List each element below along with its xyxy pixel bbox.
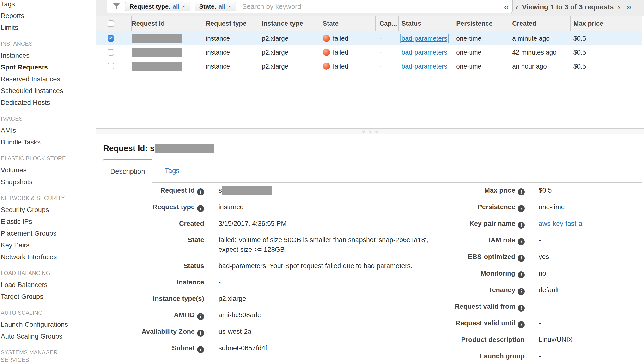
detail-fields-right-column: Max pricei$0.5Persistenceione-timeKey pa…: [362, 186, 644, 364]
cell-instance-type: p2.xlarge: [259, 32, 320, 45]
cell-request-id: [132, 59, 203, 73]
field-label-ami-id: AMI IDi: [103, 310, 204, 320]
tab-description[interactable]: Description: [103, 159, 152, 183]
sidebar-item-tags[interactable]: Tags: [0, 0, 96, 10]
filter-funnel-icon: [113, 3, 120, 10]
info-icon[interactable]: i: [518, 238, 525, 245]
cell-filler: [626, 59, 642, 73]
info-icon[interactable]: i: [518, 255, 525, 262]
info-icon[interactable]: i: [518, 271, 525, 278]
column-header-status[interactable]: Status: [398, 16, 453, 31]
sidebar-item-limits[interactable]: Limits: [0, 22, 96, 33]
sidebar-item-network-interfaces[interactable]: Network Interfaces: [0, 251, 96, 263]
field-value-link-key-pair-name[interactable]: aws-key-fast-ai: [538, 220, 584, 227]
table-header-row: Request IdRequest typeInstance typeState…: [96, 16, 642, 31]
row-checkbox[interactable]: [108, 35, 114, 42]
field-label-monitoring: Monitoringi: [362, 269, 525, 278]
info-icon[interactable]: i: [197, 346, 204, 353]
column-header-persistence[interactable]: Persistence: [453, 16, 507, 31]
info-icon[interactable]: i: [197, 313, 204, 320]
sidebar: TagsReportsLimitsINSTANCESInstancesSpot …: [0, 0, 96, 364]
row-checkbox[interactable]: [108, 49, 114, 56]
status-link[interactable]: bad-parameters: [402, 35, 447, 42]
column-header-cap[interactable]: Cap...: [376, 16, 398, 31]
info-icon[interactable]: i: [518, 205, 525, 212]
sidebar-item-spot-requests[interactable]: Spot Requests: [0, 61, 96, 73]
splitter-handle[interactable]: [96, 128, 644, 134]
table-row[interactable]: instancep2.xlargefailed-bad-parameterson…: [96, 59, 642, 73]
request-type-filter-button[interactable]: Request type: all: [125, 2, 190, 11]
field-value-max-price: $0.5: [538, 186, 640, 196]
table-row[interactable]: instancep2.xlargefailed-bad-parameterson…: [96, 32, 642, 46]
state-filter-button[interactable]: State: all: [195, 2, 236, 11]
sidebar-item-reports[interactable]: Reports: [0, 10, 96, 22]
sidebar-item-bundle-tasks[interactable]: Bundle Tasks: [0, 136, 96, 148]
pagination-last-button[interactable]: »: [626, 2, 632, 12]
cell-state: failed: [320, 32, 376, 45]
sidebar-item-reserved-instances[interactable]: Reserved Instances: [0, 73, 96, 85]
sidebar-item-security-groups[interactable]: Security Groups: [0, 204, 96, 216]
search-input[interactable]: [242, 3, 508, 11]
field-request-valid-from: Request valid fromi-: [362, 302, 644, 312]
cell-created: 42 minutes ago: [507, 46, 570, 59]
status-link[interactable]: bad-parameters: [402, 63, 447, 70]
sidebar-item-instances[interactable]: Instances: [0, 50, 96, 61]
field-label-request-id: Request Idi: [103, 186, 204, 196]
cell-request-type: instance: [203, 32, 259, 45]
cell-instance-type: p2.xlarge: [259, 59, 320, 73]
sidebar-nav-list: TagsReportsLimitsINSTANCESInstancesSpot …: [0, 0, 96, 364]
sidebar-item-elastic-ips[interactable]: Elastic IPs: [0, 216, 96, 228]
field-label-subnet: Subneti: [103, 343, 204, 353]
info-icon[interactable]: i: [518, 222, 525, 229]
splitter-grip-icon: [375, 130, 378, 133]
field-value-product-description: Linux/UNIX: [538, 335, 640, 344]
column-header-state[interactable]: State: [320, 16, 376, 31]
pagination-first-button[interactable]: «: [504, 2, 509, 12]
request-id-redacted-box: [132, 34, 182, 43]
sidebar-section-network-security: NETWORK & SECURITY: [0, 192, 67, 204]
column-header-created[interactable]: Created: [507, 16, 570, 31]
state-filter-value: all: [218, 3, 226, 10]
column-header-instance-type[interactable]: Instance type: [259, 16, 320, 31]
info-icon[interactable]: i: [518, 321, 525, 328]
sidebar-item-dedicated-hosts[interactable]: Dedicated Hosts: [0, 97, 96, 108]
field-tenancy: Tenancyidefault: [362, 285, 644, 295]
info-icon[interactable]: i: [197, 189, 204, 196]
pagination-prev-button[interactable]: ‹: [516, 3, 518, 12]
chevron-down-icon: [182, 6, 185, 8]
sidebar-item-scheduled-instances[interactable]: Scheduled Instances: [0, 85, 96, 97]
chevron-down-icon: [228, 6, 231, 8]
info-icon[interactable]: i: [518, 189, 525, 196]
pagination: « ‹ Viewing 1 to 3 of 3 requests › »: [504, 0, 632, 14]
sidebar-item-load-balancers[interactable]: Load Balancers: [0, 279, 96, 291]
detail-heading-redacted: [155, 143, 214, 153]
status-link[interactable]: bad-parameters: [402, 49, 447, 56]
sidebar-item-key-pairs[interactable]: Key Pairs: [0, 239, 96, 251]
info-icon[interactable]: i: [518, 305, 525, 312]
row-checkbox[interactable]: [108, 63, 114, 70]
field-value-ebs-optimized: yes: [538, 252, 640, 262]
sidebar-item-target-groups[interactable]: Target Groups: [0, 291, 96, 302]
column-header-request-type[interactable]: Request type: [203, 16, 259, 31]
sidebar-item-launch-configurations[interactable]: Launch Configurations: [0, 318, 96, 330]
sidebar-section-auto-scaling: AUTO SCALING: [0, 307, 67, 318]
sidebar-item-snapshots[interactable]: Snapshots: [0, 176, 96, 188]
sidebar-item-amis[interactable]: AMIs: [0, 124, 96, 136]
column-header-max-price[interactable]: Max price: [570, 16, 626, 31]
info-icon[interactable]: i: [518, 288, 525, 295]
table-row[interactable]: instancep2.xlargefailed-bad-parameterson…: [96, 46, 642, 59]
sidebar-item-auto-scaling-groups[interactable]: Auto Scaling Groups: [0, 330, 96, 342]
cell-status: bad-parameters: [398, 46, 453, 59]
info-icon[interactable]: i: [197, 330, 204, 337]
tab-tags[interactable]: Tags: [159, 159, 185, 183]
field-max-price: Max pricei$0.5: [362, 186, 644, 196]
info-icon[interactable]: i: [197, 205, 204, 212]
sidebar-item-placement-groups[interactable]: Placement Groups: [0, 228, 96, 239]
sidebar-item-volumes[interactable]: Volumes: [0, 164, 96, 176]
select-all-checkbox[interactable]: [108, 21, 114, 27]
column-header-request-id[interactable]: Request Id: [132, 16, 203, 31]
pagination-next-button[interactable]: ›: [618, 3, 620, 12]
field-label-persistence: Persistencei: [362, 202, 525, 212]
cell-state: failed: [320, 59, 376, 73]
cell-instance-type: p2.xlarge: [259, 46, 320, 59]
